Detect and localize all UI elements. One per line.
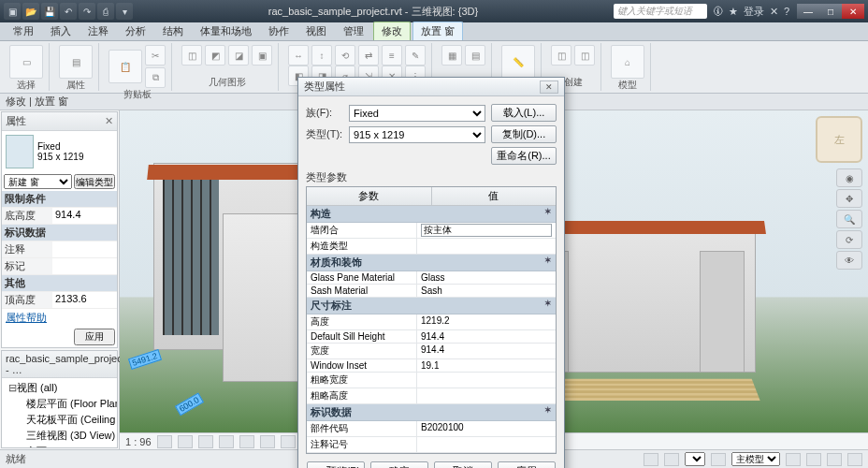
crop-region-icon[interactable]	[281, 435, 296, 448]
tree-node[interactable]: 楼层平面 (Floor Plan)	[4, 396, 115, 412]
mod-icon-1[interactable]: ↔	[288, 45, 309, 66]
subscription-icon[interactable]: 🛈	[713, 6, 723, 17]
nav-pan-icon[interactable]: ✥	[836, 189, 862, 208]
param-value[interactable]: B2020100	[417, 421, 556, 436]
tree-node[interactable]: ⊟视图 (all)	[4, 380, 115, 396]
sb-icon-6[interactable]	[827, 453, 842, 466]
tree-node[interactable]: 天花板平面 (Ceiling Plan)	[4, 412, 115, 428]
properties-apply-button[interactable]: 应用	[74, 329, 115, 345]
dialog-apply-button[interactable]: 应用	[498, 461, 556, 468]
mod-icon-6[interactable]: ✎	[405, 45, 426, 66]
qat-undo[interactable]: ↶	[60, 3, 77, 20]
prop-v-comment[interactable]	[52, 241, 117, 257]
properties-icon[interactable]: ▤	[59, 45, 93, 79]
param-value[interactable]: 19.1	[417, 359, 556, 372]
nav-orbit-icon[interactable]: ⟳	[836, 230, 862, 249]
crop-icon[interactable]	[260, 435, 275, 448]
tab-analyze[interactable]: 分析	[118, 22, 153, 40]
load-button[interactable]: 载入(L)...	[491, 104, 557, 122]
workset-selector[interactable]	[685, 452, 705, 466]
view-cube[interactable]: 左	[816, 116, 862, 163]
edit-type-button[interactable]: 编辑类型	[74, 174, 115, 189]
param-section-header[interactable]: 尺寸标注✶	[307, 298, 556, 314]
param-value[interactable]: 914.4	[417, 344, 556, 358]
mod-icon-4[interactable]: ⇄	[358, 45, 379, 66]
view-scale-label[interactable]: 1 : 96	[125, 436, 152, 447]
qat-redo[interactable]: ↷	[79, 3, 95, 20]
param-value[interactable]: 1219.2	[417, 314, 556, 329]
param-value[interactable]: 914.4	[417, 330, 556, 343]
param-section-header[interactable]: 构造✶	[307, 206, 556, 223]
mod-icon-5[interactable]: ≡	[382, 45, 402, 66]
nav-look-icon[interactable]: 👁	[836, 251, 862, 270]
tree-node[interactable]: 三维视图 (3D View)	[4, 428, 115, 444]
param-value[interactable]: Sash	[417, 285, 556, 297]
param-value[interactable]	[417, 388, 556, 403]
tab-collaborate[interactable]: 协作	[261, 22, 297, 40]
qat-save[interactable]: 💾	[41, 3, 58, 20]
param-section-header[interactable]: 材质和装饰✶	[307, 255, 556, 271]
cut-icon[interactable]: ✂	[145, 45, 166, 66]
dialog-close-button[interactable]: ✕	[540, 80, 558, 94]
tab-structure[interactable]: 结构	[155, 22, 191, 40]
design-option-selector[interactable]: 主模型	[731, 452, 780, 466]
geom-icon-3[interactable]: ◪	[228, 45, 249, 66]
tab-insert[interactable]: 插入	[43, 22, 79, 40]
geom-icon-2[interactable]: ◩	[205, 45, 225, 66]
app-menu-button[interactable]: ▣	[4, 3, 21, 20]
tree-node[interactable]: 立面 (Building Elevation)	[4, 444, 115, 447]
duplicate-button[interactable]: 复制(D)...	[491, 125, 557, 143]
tab-home[interactable]: 常用	[6, 22, 41, 40]
signin-button[interactable]: 登录	[744, 5, 764, 19]
sb-icon-5[interactable]	[806, 453, 821, 466]
sb-filter-icon[interactable]	[847, 453, 862, 466]
help-search-input[interactable]: 键入关键字或短语	[614, 4, 707, 19]
mod-icon-2[interactable]: ↕	[311, 45, 332, 66]
render-icon[interactable]	[239, 435, 254, 448]
create-icon-2[interactable]: ◫	[574, 45, 595, 66]
close-button[interactable]: ✕	[842, 4, 864, 19]
modify-select-icon[interactable]: ▭	[9, 45, 43, 79]
tab-annotate[interactable]: 注释	[80, 22, 116, 40]
sb-icon-4[interactable]	[786, 453, 801, 466]
param-value[interactable]	[417, 373, 556, 388]
nav-wheel-icon[interactable]: ◉	[836, 168, 862, 187]
param-value[interactable]	[417, 223, 556, 238]
param-value-input[interactable]	[421, 224, 552, 237]
ok-button[interactable]: 确定	[370, 461, 428, 468]
measure-icon[interactable]: 📏	[501, 45, 535, 79]
tab-modify[interactable]: 修改	[373, 22, 411, 40]
properties-help-link[interactable]: 属性帮助	[6, 312, 47, 323]
detail-level-icon[interactable]	[157, 435, 172, 448]
rename-button[interactable]: 重命名(R)...	[491, 147, 557, 165]
maximize-button[interactable]: □	[819, 4, 842, 19]
nav-zoom-icon[interactable]: 🔍	[836, 210, 862, 228]
sb-icon-3[interactable]	[711, 453, 726, 466]
tab-manage[interactable]: 管理	[336, 22, 371, 40]
project-browser-tree[interactable]: ⊟视图 (all)楼层平面 (Floor Plan)天花板平面 (Ceiling…	[2, 378, 117, 447]
prop-v-sill[interactable]: 914.4	[52, 208, 117, 224]
tab-view[interactable]: 视图	[298, 22, 334, 40]
view-icon-1[interactable]: ▦	[441, 45, 462, 66]
help-icon[interactable]: ?	[784, 6, 789, 17]
minimize-button[interactable]: —	[797, 4, 819, 19]
view-icon-2[interactable]: ▤	[465, 45, 485, 66]
favorite-icon[interactable]: ★	[729, 6, 738, 18]
geom-icon-4[interactable]: ▣	[252, 45, 272, 66]
tab-place-window[interactable]: 放置 窗	[412, 22, 463, 40]
model-icon[interactable]: ⌂	[611, 45, 644, 79]
type-select[interactable]: 915 x 1219	[349, 126, 485, 143]
cancel-button[interactable]: 取消	[434, 461, 492, 468]
param-section-header[interactable]: 标识数据✶	[307, 404, 556, 421]
qat-print[interactable]: ⎙	[97, 3, 114, 20]
visual-style-icon[interactable]	[178, 435, 193, 448]
family-select[interactable]: Fixed	[349, 105, 485, 122]
param-value[interactable]	[417, 239, 556, 254]
sb-icon-1[interactable]	[644, 453, 658, 466]
properties-close-icon[interactable]: ✕	[105, 115, 113, 127]
prop-v-head[interactable]: 2133.6	[52, 292, 117, 308]
exchange-icon[interactable]: ✕	[770, 6, 778, 18]
sun-path-icon[interactable]	[198, 435, 213, 448]
tab-massing[interactable]: 体量和场地	[193, 22, 259, 40]
qat-more[interactable]: ▾	[116, 3, 133, 20]
